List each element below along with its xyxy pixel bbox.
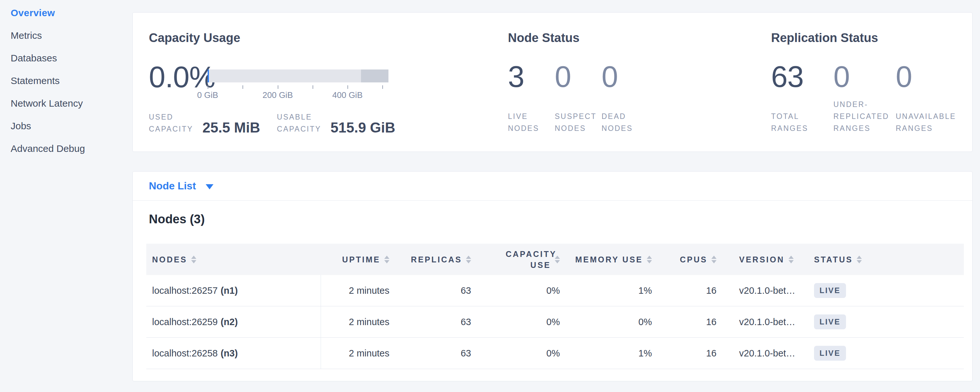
node-status-section: Node Status 3 LIVE NODES 0 SUSPECT NODES… [508, 30, 648, 134]
axis-label: 400 GiB [332, 90, 363, 100]
status-badge: LIVE [814, 314, 846, 329]
under-replicated-label: UNDER-REPLICATED RANGES [834, 99, 896, 134]
sidebar-item-network-latency[interactable]: Network Latency [11, 92, 127, 115]
table-row-node-1[interactable]: localhost:26257 (n1) 2 minutes 63 0% 1% … [146, 275, 964, 306]
memory-use-cell: 1% [573, 275, 665, 306]
status-badge: LIVE [814, 283, 846, 298]
dead-nodes-stat: 0 DEAD NODES [601, 61, 648, 134]
nodes-table: NODES UPTIME REPLICAS CAPACITY USE MEMOR… [146, 244, 964, 369]
sidebar-item-metrics[interactable]: Metrics [11, 24, 127, 47]
node-status-stats: 3 LIVE NODES 0 SUSPECT NODES 0 DEAD NODE… [508, 61, 648, 134]
table-row-node-2[interactable]: localhost:26259 (n2) 2 minutes 63 0% 0% … [146, 306, 964, 338]
under-replicated-ranges-stat: 0 UNDER-REPLICATED RANGES [834, 61, 896, 134]
view-selector-dropdown[interactable]: Node List [133, 172, 972, 201]
node-list-card: Node List Nodes (3) NODES UPTIME REPLICA… [132, 171, 972, 381]
column-header-version[interactable]: VERSION [730, 244, 808, 275]
live-nodes-label: LIVE NODES [508, 110, 555, 134]
sidebar-item-overview[interactable]: Overview [11, 2, 127, 24]
dead-nodes-value: 0 [601, 61, 648, 92]
capacity-bar-reserved-segment [361, 70, 388, 83]
usable-capacity-stat: USABLE CAPACITY 515.9 GiB [277, 111, 396, 135]
unavailable-value: 0 [896, 61, 958, 92]
column-header-memory-use[interactable]: MEMORY USE [573, 244, 665, 275]
used-capacity-stat: USED CAPACITY 25.5 MiB [149, 111, 260, 135]
column-header-nodes[interactable]: NODES [146, 244, 321, 275]
total-ranges-stat: 63 TOTAL RANGES [771, 61, 834, 134]
capacity-use-cell: 0% [485, 275, 573, 306]
suspect-nodes-value: 0 [555, 61, 601, 92]
total-ranges-value: 63 [771, 61, 834, 92]
sort-icon [789, 256, 794, 263]
status-cell: LIVE [808, 306, 964, 337]
nodes-table-header: NODES UPTIME REPLICAS CAPACITY USE MEMOR… [146, 244, 964, 275]
capacity-bar-track [208, 70, 388, 83]
status-cell: LIVE [808, 338, 964, 369]
version-cell: v20.1.0-bet… [730, 306, 808, 337]
cluster-summary-card: Capacity Usage 0.0% 0 GiB 200 GiB [132, 12, 972, 152]
sidebar-item-databases[interactable]: Databases [11, 47, 127, 70]
node-address-cell: localhost:26257 (n1) [146, 275, 321, 306]
version-cell: v20.1.0-bet… [730, 275, 808, 306]
cpus-cell: 16 [665, 306, 730, 337]
view-selector-label: Node List [149, 180, 196, 192]
replicas-cell: 63 [403, 306, 485, 337]
capacity-usage-bar-chart: 0 GiB 200 GiB 400 GiB [208, 70, 388, 99]
live-nodes-value: 3 [508, 61, 555, 92]
nodes-table-title: Nodes (3) [149, 212, 205, 226]
sort-icon [647, 256, 652, 263]
replicas-cell: 63 [403, 275, 485, 306]
uptime-cell: 2 minutes [321, 306, 403, 337]
caret-down-icon [206, 184, 213, 190]
sort-icon [466, 256, 471, 263]
under-replicated-value: 0 [834, 61, 896, 92]
suspect-nodes-label: SUSPECT NODES [555, 110, 601, 134]
sort-icon [191, 256, 196, 263]
replication-status-section: Replication Status 63 TOTAL RANGES 0 UND… [771, 30, 958, 134]
usable-capacity-value: 515.9 GiB [331, 120, 396, 135]
axis-label: 200 GiB [262, 90, 293, 100]
replication-stats: 63 TOTAL RANGES 0 UNDER-REPLICATED RANGE… [771, 61, 958, 134]
used-capacity-label: USED CAPACITY [149, 111, 198, 135]
status-cell: LIVE [808, 275, 964, 306]
capacity-used-percent: 0.0% [149, 61, 215, 93]
cpus-cell: 16 [665, 275, 730, 306]
capacity-axis-ticks [208, 83, 388, 89]
capacity-usage-section: Capacity Usage 0.0% 0 GiB 200 GiB [149, 30, 407, 45]
column-header-cpus[interactable]: CPUS [665, 244, 730, 275]
memory-use-cell: 1% [573, 338, 665, 369]
sidebar-item-advanced-debug[interactable]: Advanced Debug [11, 137, 127, 160]
capacity-bar-used-segment [208, 70, 209, 83]
uptime-cell: 2 minutes [321, 275, 403, 306]
axis-label: 0 GiB [197, 90, 218, 100]
replication-status-title: Replication Status [771, 30, 958, 45]
column-header-replicas[interactable]: REPLICAS [403, 244, 485, 275]
replicas-cell: 63 [403, 338, 485, 369]
sidebar-item-statements[interactable]: Statements [11, 70, 127, 92]
sort-icon [711, 256, 716, 263]
status-badge: LIVE [814, 346, 846, 361]
node-status-title: Node Status [508, 30, 648, 45]
total-ranges-label: TOTAL RANGES [771, 110, 834, 134]
column-header-capacity-use[interactable]: CAPACITY USE [485, 244, 573, 275]
live-nodes-stat: 3 LIVE NODES [508, 61, 555, 134]
suspect-nodes-stat: 0 SUSPECT NODES [555, 61, 601, 134]
table-row-node-3[interactable]: localhost:26258 (n3) 2 minutes 63 0% 1% … [146, 338, 964, 369]
capacity-usage-title: Capacity Usage [149, 30, 407, 45]
unavailable-label: UNAVAILABLE RANGES [896, 110, 958, 134]
usable-capacity-label: USABLE CAPACITY [277, 111, 326, 135]
column-header-uptime[interactable]: UPTIME [321, 244, 403, 275]
node-address-cell: localhost:26259 (n2) [146, 306, 321, 337]
cluster-overview-page: Overview Metrics Databases Statements Ne… [0, 0, 980, 392]
sort-icon [384, 256, 390, 263]
uptime-cell: 2 minutes [321, 338, 403, 369]
cpus-cell: 16 [665, 338, 730, 369]
column-header-status[interactable]: STATUS [808, 244, 964, 275]
sidebar-item-jobs[interactable]: Jobs [11, 115, 127, 137]
version-cell: v20.1.0-bet… [730, 338, 808, 369]
capacity-stats: USED CAPACITY 25.5 MiB USABLE CAPACITY 5… [149, 111, 412, 135]
dead-nodes-label: DEAD NODES [601, 110, 648, 134]
capacity-use-cell: 0% [485, 306, 573, 337]
node-address-cell: localhost:26258 (n3) [146, 338, 321, 369]
capacity-use-cell: 0% [485, 338, 573, 369]
sort-icon [857, 256, 862, 263]
